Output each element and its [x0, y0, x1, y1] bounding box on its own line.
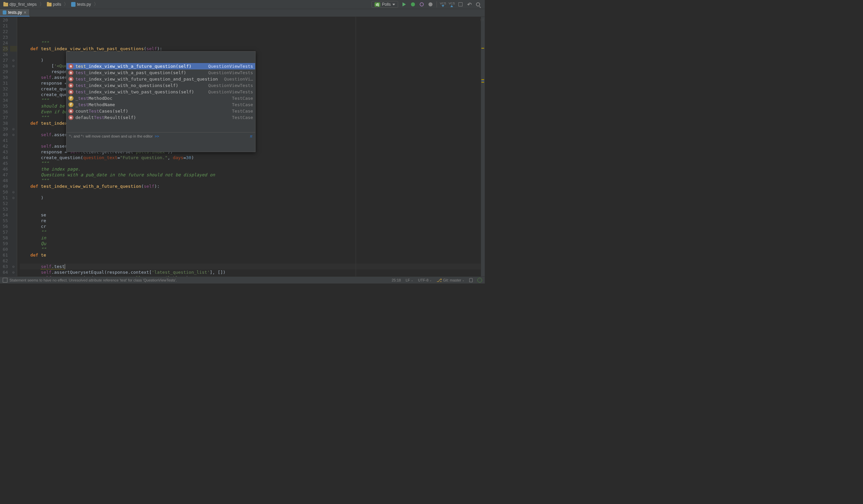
- autocomplete-item[interactable]: mtest_index_view_with_future_question_an…: [66, 76, 255, 82]
- code-line[interactable]: "": [20, 247, 485, 252]
- grip-icon: ⋮⋮: [479, 18, 484, 21]
- close-tab-button[interactable]: ×: [24, 10, 26, 15]
- lock-icon: [469, 278, 473, 282]
- vcs-revert-button[interactable]: ↶: [466, 2, 472, 7]
- vcs-label: VCS: [440, 2, 446, 7]
- code-line[interactable]: def test_index_view_with_a_future_questi…: [20, 184, 485, 189]
- inspection-profile[interactable]: [477, 278, 482, 282]
- code-line[interactable]: [20, 189, 485, 195]
- line-numbers[interactable]: 2021222324252627282930313233343536373839…: [0, 17, 10, 276]
- autocomplete-item-name: test_index_view_with_a_future_question(s…: [75, 63, 205, 69]
- autocomplete-item-name: _testMethodDoc: [75, 96, 228, 101]
- autocomplete-item-class: TestCase: [232, 96, 253, 101]
- code-line[interactable]: cr: [20, 224, 485, 229]
- autocomplete-item[interactable]: mdefaultTestResult(self)TestCase: [66, 114, 255, 121]
- code-line[interactable]: def te: [20, 252, 485, 258]
- code-editor[interactable]: """ def test_index_view_with_two_past_qu…: [17, 17, 485, 276]
- autocomplete-item[interactable]: mtest_index_view_with_no_questions(self)…: [66, 82, 255, 89]
- vcs-history-button[interactable]: [458, 2, 463, 7]
- autocomplete-item[interactable]: mcountTestCases(self)TestCase: [66, 108, 255, 114]
- git-branch[interactable]: ⎇Git: master⌄: [437, 277, 464, 283]
- autocomplete-item-name: _testMethodName: [75, 102, 228, 108]
- vcs-commit-button[interactable]: VCS: [449, 2, 454, 7]
- breadcrumbs: djtp_first_steps 〉 polls 〉 tests.py 〉: [2, 1, 98, 8]
- read-only-toggle[interactable]: [469, 278, 473, 282]
- warning-marker[interactable]: [481, 79, 484, 80]
- fold-column[interactable]: ⊖⊖⊖⊖⊖⊖⊖⊖: [10, 17, 17, 276]
- code-line[interactable]: in: [20, 235, 485, 241]
- right-margin-ruler: [356, 17, 356, 276]
- cursor-position[interactable]: 25:18: [392, 278, 401, 282]
- toolbar-right: dj Polls VCS VCS ↶: [372, 1, 483, 8]
- autocomplete-item-class: QuestionViewTests: [208, 63, 253, 69]
- breadcrumb-label: djtp_first_steps: [10, 2, 37, 7]
- breadcrumb-label: tests.py: [77, 2, 91, 7]
- git-icon: ⎇: [437, 277, 442, 283]
- autocomplete-item[interactable]: f_testMethodNameTestCase: [66, 101, 255, 108]
- status-bar: Statement seems to have no effect. Unres…: [0, 276, 485, 284]
- autocomplete-item[interactable]: mtest_index_view_with_two_past_questions…: [66, 89, 255, 95]
- code-line[interactable]: [20, 258, 485, 264]
- autocomplete-item-name: defaultTestResult(self): [75, 115, 228, 121]
- pi-icon[interactable]: π: [250, 134, 252, 139]
- code-line[interactable]: re: [20, 218, 485, 224]
- code-line[interactable]: self.assertQuerysetEqual(response.contex…: [20, 269, 485, 275]
- code-line[interactable]: Questions with a pub_date in the future …: [20, 172, 485, 178]
- autocomplete-item-class: QuestionViewTests: [208, 83, 253, 88]
- autocomplete-hint: ^↓ and ^↑ will move caret down and up in…: [66, 132, 255, 140]
- code-line[interactable]: create_question(question_text="Future qu…: [20, 155, 485, 161]
- caret-marker[interactable]: [481, 80, 484, 81]
- navigation-bar: djtp_first_steps 〉 polls 〉 tests.py 〉 dj…: [0, 0, 485, 9]
- run-configuration-selector[interactable]: dj Polls: [372, 1, 398, 8]
- code-line[interactable]: ): [20, 195, 485, 201]
- hint-text: ^↓ and ^↑ will move caret down and up in…: [69, 134, 153, 139]
- tool-window-toggle-icon[interactable]: [3, 278, 8, 282]
- method-icon: m: [68, 64, 74, 69]
- code-line[interactable]: """: [20, 40, 485, 46]
- code-line[interactable]: the index page.: [20, 166, 485, 172]
- warning-marker[interactable]: [481, 48, 484, 49]
- code-line[interactable]: self.test: [20, 264, 485, 269]
- hint-link[interactable]: >>: [155, 134, 159, 139]
- warning-marker[interactable]: [481, 82, 484, 83]
- profile-button[interactable]: [428, 2, 433, 7]
- breadcrumb-folder[interactable]: polls: [46, 1, 63, 8]
- vcs-update-button[interactable]: VCS: [440, 2, 446, 7]
- autocomplete-item-name: test_index_view_with_a_past_question(sel…: [75, 70, 205, 76]
- code-line[interactable]: se: [20, 212, 485, 218]
- debug-button[interactable]: [410, 2, 416, 7]
- status-message: Statement seems to have no effect. Unres…: [10, 278, 177, 282]
- editor-gutter: 2021222324252627282930313233343536373839…: [0, 17, 17, 276]
- code-line[interactable]: """: [20, 178, 485, 184]
- line-separator[interactable]: LF⌄: [405, 278, 413, 282]
- method-icon: m: [68, 83, 74, 88]
- method-icon: m: [68, 77, 74, 81]
- chevron-right-icon: 〉: [39, 1, 44, 8]
- play-icon: [402, 2, 406, 7]
- breadcrumb-project[interactable]: djtp_first_steps: [2, 1, 38, 8]
- search-icon: [476, 2, 480, 7]
- chevron-down-icon: [392, 4, 395, 5]
- coverage-button[interactable]: [419, 2, 424, 7]
- run-button[interactable]: [401, 2, 407, 7]
- autocomplete-item[interactable]: mtest_index_view_with_a_past_question(se…: [66, 70, 255, 76]
- profile-icon: [428, 2, 433, 7]
- code-line[interactable]: Qu: [20, 241, 485, 247]
- autocomplete-item[interactable]: f_testMethodDocTestCase: [66, 95, 255, 101]
- autocomplete-item[interactable]: mtest_index_view_with_a_future_question(…: [66, 63, 255, 70]
- method-icon: m: [68, 109, 74, 114]
- revert-icon: ↶: [467, 1, 472, 8]
- autocomplete-item-class: TestCase: [232, 102, 253, 108]
- scroll-marker-bar[interactable]: ⋮⋮: [481, 17, 485, 276]
- search-everywhere-button[interactable]: [475, 2, 481, 7]
- code-line[interactable]: [20, 206, 485, 212]
- code-line[interactable]: def test_index_view_with_two_past_questi…: [20, 46, 485, 52]
- file-encoding[interactable]: UTF-8⌄: [418, 278, 432, 282]
- code-line[interactable]: """: [20, 161, 485, 166]
- code-line[interactable]: "": [20, 229, 485, 235]
- autocomplete-item-name: test_index_view_with_two_past_questions(…: [75, 89, 205, 95]
- folder-icon: [3, 3, 8, 7]
- breadcrumb-file[interactable]: tests.py: [70, 1, 92, 8]
- code-line[interactable]: [20, 201, 485, 206]
- editor-tab[interactable]: tests.py ×: [0, 9, 30, 16]
